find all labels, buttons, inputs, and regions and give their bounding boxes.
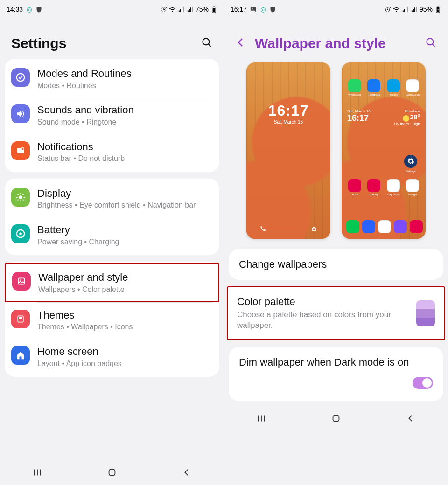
battery-icon [11,224,30,243]
color-palette-option[interactable]: Color palette Choose a palette based on … [227,286,445,340]
signal-icon [402,6,409,13]
svg-rect-13 [109,470,115,476]
alarm-icon [160,6,167,13]
status-bar: 16:17 ◎ 95% [224,0,448,16]
change-wallpapers-label: Change wallpapers [239,258,433,270]
back-button[interactable] [406,413,416,425]
wallpaper-icon [12,272,31,291]
status-time: 14:33 [7,6,23,13]
recents-button[interactable] [32,467,42,479]
dim-wallpaper-label: Dim wallpaper when Dark mode is on [239,356,416,368]
app-icon: Google [405,179,421,196]
color-palette-title: Color palette [237,296,391,308]
app-icon [410,220,423,233]
item-sub: Layout • App icon badges [37,359,213,369]
home-icon [11,346,30,365]
home-button[interactable] [107,467,117,479]
home-button[interactable] [331,413,341,425]
home-time: 16:17 [347,113,371,123]
search-icon[interactable] [201,36,213,50]
location-icon: ◎ [26,6,33,13]
settings-item-notif[interactable]: NotificationsStatus bar • Do not disturb [5,134,219,170]
status-battery: 75% [196,6,209,13]
settings-item-home[interactable]: Home screenLayout • App icon badges [5,339,219,375]
wifi-icon [393,6,400,13]
lock-clock: 16:17 Sat, March 16 [246,102,330,125]
settings-list: Modes and RoutinesModes • RoutinesSounds… [0,59,224,462]
page-title: Settings [11,35,66,51]
nav-bar [0,462,224,485]
app-icon: Facebook [366,79,383,96]
location-icon: ◎ [259,6,266,13]
phone-wallpaper-style: 16:17 ◎ 95% Wallpaper and style 16 [224,0,448,485]
item-title: Modes and Routines [37,67,213,80]
lock-date: Sat, March 16 [246,119,330,125]
status-time: 16:17 [231,6,247,13]
recents-button[interactable] [256,413,266,425]
weather-widget: Mendoza 28° UV index : High [394,109,420,126]
home-time-widget: Sat, March 16 16:17 [347,109,371,123]
modes-icon [11,68,30,87]
weather-temp: 28° [410,113,420,121]
app-icon: WhatsApp [346,79,363,96]
item-title: Themes [37,309,213,322]
settings-item-battery[interactable]: BatteryPower saving • Charging [5,217,219,253]
wallpaper-previews: 16:17 Sat, March 16 WhatsAppFacebookReol… [224,59,448,249]
item-sub: Brightness • Eye comfort shield • Naviga… [37,201,213,210]
weather-extra: UV index : High [394,122,420,126]
lockscreen-preview[interactable]: 16:17 Sat, March 16 [246,62,330,239]
app-icon [378,220,391,233]
settings-item-modes[interactable]: Modes and RoutinesModes • Routines [5,61,219,97]
item-title: Home screen [37,345,213,358]
change-wallpapers-option[interactable]: Change wallpapers [229,249,443,280]
settings-item-wallpaper[interactable]: Wallpaper and styleWallpapers • Color pa… [5,263,219,302]
item-title: Notifications [37,140,213,153]
back-button[interactable] [182,467,192,479]
settings-group: DisplayBrightness • Eye comfort shield •… [5,179,219,256]
signal2-icon [411,6,418,13]
settings-item-display[interactable]: DisplayBrightness • Eye comfort shield •… [5,180,219,217]
item-title: Wallpaper and style [38,271,212,284]
svg-point-15 [252,8,253,10]
settings-app-icon [404,155,417,168]
weather-city: Mendoza [394,109,420,113]
nav-bar [224,408,448,431]
battery-charging-icon [434,6,441,13]
app-icon: Store [346,179,363,196]
item-sub: Wallpapers • Color palette [38,285,212,295]
back-icon[interactable] [235,37,246,50]
search-icon[interactable] [425,36,437,50]
sun-icon [403,115,409,122]
svg-point-21 [313,228,315,230]
phone-icon [259,226,266,234]
phone-settings: 14:33 ◎ 75% Settings Modes and RoutinesM… [0,0,224,485]
item-sub: Sound mode • Ringtone [37,118,213,127]
svg-rect-1 [213,6,215,7]
alarm-icon [384,6,391,13]
wifi-icon [169,6,176,13]
item-title: Sounds and vibration [37,104,213,117]
settings-item-themes[interactable]: ThemesThemes • Wallpapers • Icons [5,302,219,339]
shield-icon [269,6,276,13]
app-icon [346,220,359,233]
homescreen-preview[interactable]: WhatsAppFacebookReolinkCloudEdge Sat, Ma… [342,62,426,239]
svg-rect-9 [18,278,24,284]
app-icon [362,220,375,233]
dim-wallpaper-option[interactable]: Dim wallpaper when Dark mode is on [229,347,443,401]
svg-rect-22 [333,415,339,421]
lock-time: 16:17 [246,102,330,119]
app-icon: Reolink [385,79,402,96]
svg-point-8 [19,232,22,235]
svg-rect-11 [18,316,23,322]
svg-rect-2 [213,8,216,12]
sounds-icon [11,104,30,123]
settings-item-sounds[interactable]: Sounds and vibrationSound mode • Rington… [5,97,219,133]
item-sub: Themes • Wallpapers • Icons [37,322,213,332]
dim-toggle[interactable] [413,377,433,389]
camera-icon [311,226,317,234]
notif-icon [11,141,30,160]
color-palette-sub: Choose a palette based on colors from yo… [237,310,391,331]
svg-point-20 [427,38,433,45]
signal-icon [178,6,185,13]
item-sub: Status bar • Do not disturb [37,154,213,164]
